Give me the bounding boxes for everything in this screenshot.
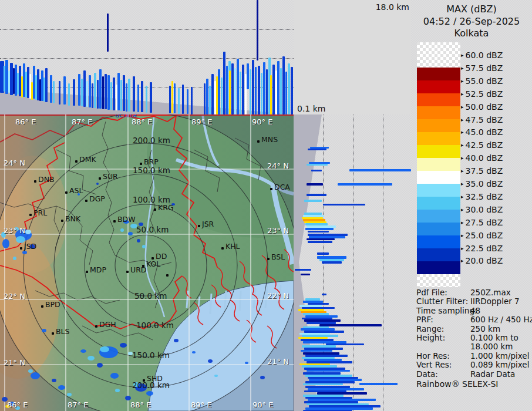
profile-echo-bar: [178, 88, 180, 114]
dbz-label: ▸30.0 dBZ: [461, 205, 503, 214]
station-label: JSR: [202, 220, 214, 228]
profile-echo-bar: [78, 74, 80, 106]
profile-echo-bar: [126, 83, 127, 112]
lon-label-top: 86° E: [15, 117, 36, 126]
colorband-above-60: [417, 42, 460, 68]
profile-echo-bar: [59, 81, 60, 105]
precip-echo: [80, 349, 86, 353]
dbz-label: ▸52.5 dBZ: [461, 89, 503, 99]
dbz-label: ▸57.5 dBZ: [461, 63, 503, 73]
profile-echo-bar: [89, 75, 91, 107]
colorband-below-20: [417, 274, 460, 287]
station-label: URD: [130, 265, 146, 274]
profile-echo-bar: [63, 76, 66, 105]
lat-label-left: 22° N: [4, 292, 25, 301]
precip-echo: [245, 362, 248, 364]
base-height-label: 0.1 km: [297, 104, 325, 113]
info-row: Data:Radar Data: [416, 369, 531, 378]
profile-echo-bar: [128, 79, 130, 112]
profile-echo-bar: [102, 76, 104, 109]
profile-echo-bar: [250, 69, 251, 114]
info-label: Time sampling:: [416, 306, 477, 315]
info-label: PRF:: [416, 315, 433, 324]
info-row: Time sampling:48: [416, 306, 531, 315]
info-row: Pdf File:250Z.max: [416, 288, 531, 297]
profile-echo-bar: [229, 70, 231, 114]
profile-echo-bar: [211, 74, 214, 114]
colorband-25.0dBZ: [417, 235, 460, 248]
info-row: Hor Res:1.000 km/pixel: [416, 351, 531, 360]
tick-arrow-icon: ▸: [461, 155, 464, 161]
lon-label-bottom: 86° E: [7, 400, 28, 409]
precip-echo: [142, 245, 146, 248]
range-ring-label: 50.0 km: [136, 225, 169, 234]
profile-echo-bar: [317, 252, 329, 255]
profile-echo-bar: [99, 69, 102, 109]
profile-echo-bar: [307, 238, 335, 240]
profile-echo-bar: [280, 68, 282, 114]
dbz-value: 47.5 dBZ: [466, 115, 503, 124]
station-label: KHL: [225, 242, 240, 251]
precip-echo: [110, 373, 119, 379]
tick-arrow-icon: ▸: [461, 220, 464, 225]
profile-echo-bar: [204, 83, 206, 114]
profile-echo-bar: [261, 73, 262, 114]
lon-label-bottom: 87° E: [68, 400, 88, 409]
colorband-37.5dBZ: [417, 171, 460, 184]
lon-label-top: 90° E: [252, 117, 272, 126]
product-title: MAX (dBZ): [411, 4, 532, 15]
height-gridline: [0, 58, 294, 59]
dbz-label: ▸37.5 dBZ: [461, 166, 503, 176]
station-dot: [113, 220, 116, 223]
station-dot: [140, 163, 142, 165]
profile-echo-bar: [141, 81, 143, 112]
precip-echo: [25, 230, 31, 234]
info-value: 0.100 km to: [470, 333, 518, 342]
colorband-40.0dBZ: [417, 158, 460, 171]
dbz-value: 40.0 dBZ: [466, 153, 503, 163]
profile-echo-bar: [137, 85, 139, 112]
colorband-20.0dBZ: [417, 261, 460, 274]
profile-echo-bar: [308, 231, 329, 233]
profile-echo-bar: [255, 67, 257, 114]
partial-place-label: uchita: [115, 114, 137, 119]
precip-echo: [115, 389, 120, 392]
station-label: DGH: [99, 320, 116, 329]
profile-echo-bar: [231, 63, 234, 114]
precip-echo: [192, 351, 196, 353]
profile-echo-bar: [117, 73, 120, 110]
dbz-value: 55.0 dBZ: [466, 76, 503, 86]
height-gridline: [383, 114, 383, 411]
colorband-22.5dBZ: [417, 248, 460, 261]
station-dot: [52, 332, 54, 335]
dbz-value: 37.5 dBZ: [466, 166, 503, 176]
station-label: SHD: [147, 374, 163, 383]
profile-echo-bar: [97, 80, 99, 109]
station-dot: [143, 379, 145, 382]
top-height-profile-panel: [0, 0, 294, 116]
lat-label-right: 23° N: [267, 226, 289, 235]
profile-echo-bar: [338, 183, 392, 186]
profile-echo-bar: [288, 63, 290, 114]
precip-echo: [13, 257, 16, 260]
radar-site-name: Kolkata: [411, 28, 532, 39]
lon-label-top: 89° E: [191, 117, 212, 126]
lat-label-right: 21° N: [267, 357, 289, 366]
dbz-label: ▸50.0 dBZ: [461, 102, 503, 112]
precip-echo: [58, 385, 65, 390]
profile-echo-bar: [223, 52, 225, 114]
profile-echo-bar: [146, 86, 147, 113]
precip-echo: [125, 396, 131, 400]
precip-echo: [120, 228, 124, 232]
station-dot: [95, 325, 97, 328]
profile-echo-bar: [83, 70, 86, 107]
colorband-50.0dBZ: [417, 106, 460, 119]
profile-echo-bar: [73, 79, 75, 106]
profile-echo-bar: [349, 169, 411, 171]
dbz-label: ▸22.5 dBZ: [461, 244, 503, 253]
dbz-value: 50.0 dBZ: [466, 102, 503, 112]
profile-echo-bar: [322, 294, 326, 295]
station-label: PRL: [33, 208, 47, 217]
precip-echo: [137, 239, 140, 242]
station-dot: [86, 271, 88, 273]
